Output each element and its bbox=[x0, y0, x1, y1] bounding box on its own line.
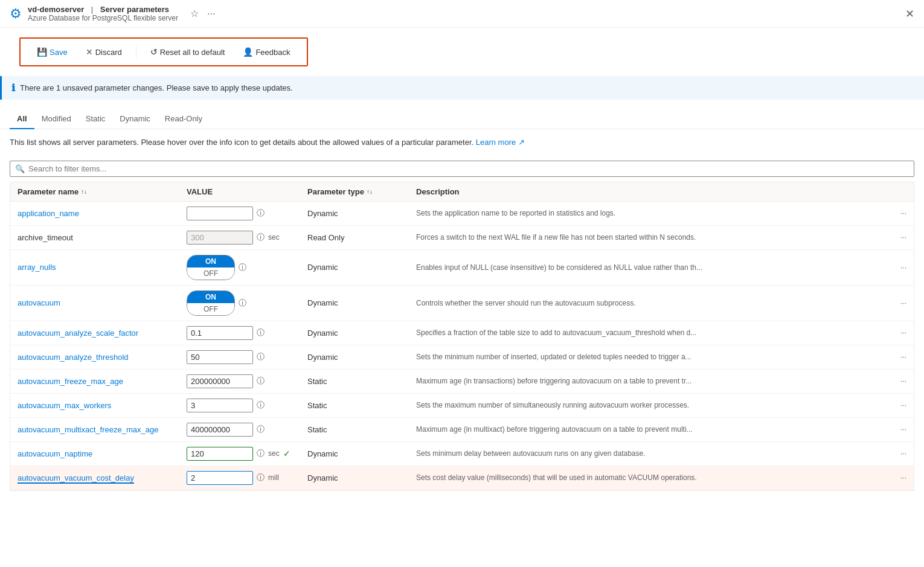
param-name[interactable]: autovacuum_analyze_scale_factor bbox=[18, 328, 138, 338]
param-name[interactable]: autovacuum_freeze_max_age bbox=[18, 377, 123, 386]
param-name[interactable]: array_nulls bbox=[18, 263, 56, 272]
row-more-button[interactable]: ··· bbox=[900, 449, 906, 458]
param-name-cell[interactable]: autovacuum_analyze_threshold bbox=[18, 353, 187, 362]
info-circle-icon[interactable]: ⓘ bbox=[257, 208, 265, 219]
description-text: Enables input of NULL (case insensitive)… bbox=[416, 263, 702, 272]
description-cell: Sets minimum delay between autovacuum ru… bbox=[416, 449, 906, 458]
value-input[interactable] bbox=[187, 399, 253, 412]
param-name[interactable]: autovacuum_multixact_freeze_max_age bbox=[18, 425, 158, 434]
description-text: Sets the minimum number of inserted, upd… bbox=[416, 353, 691, 361]
row-more-button[interactable]: ··· bbox=[900, 425, 906, 434]
description-text: Sets cost delay value (milliseconds) tha… bbox=[416, 473, 697, 482]
param-name[interactable]: autovacuum_naptime bbox=[18, 449, 92, 458]
discard-button[interactable]: ✕ Discard bbox=[79, 43, 129, 60]
description-cell: Maximum age (in multixact) before trigge… bbox=[416, 425, 906, 434]
param-name[interactable]: autovacuum_vacuum_cost_delay bbox=[18, 473, 134, 484]
row-more-button[interactable]: ··· bbox=[900, 299, 906, 307]
info-circle-icon[interactable]: ⓘ bbox=[257, 424, 265, 435]
toggle-switch[interactable]: ONOFF bbox=[187, 290, 235, 316]
feedback-button[interactable]: 👤 Feedback bbox=[236, 43, 297, 60]
tab-all[interactable]: All bbox=[10, 109, 34, 129]
info-circle-icon[interactable]: ⓘ bbox=[257, 400, 265, 411]
value-input[interactable] bbox=[187, 350, 253, 364]
tab-readonly[interactable]: Read-Only bbox=[158, 109, 210, 129]
tabs-container: All Modified Static Dynamic Read-Only bbox=[0, 109, 924, 129]
info-circle-icon[interactable]: ⓘ bbox=[239, 298, 246, 309]
page-header: ⚙ vd-demoserver | Server parameters Azur… bbox=[0, 0, 924, 28]
description-text: Controls whether the server should run t… bbox=[416, 299, 636, 307]
close-icon[interactable]: ✕ bbox=[905, 7, 914, 21]
search-input[interactable] bbox=[28, 164, 909, 173]
info-circle-icon[interactable]: ⓘ bbox=[257, 376, 265, 386]
param-type-cell: Dynamic bbox=[307, 449, 416, 458]
param-name-cell[interactable]: array_nulls bbox=[18, 263, 187, 272]
tab-static[interactable]: Static bbox=[79, 109, 113, 129]
toggle-switch[interactable]: ONOFF bbox=[187, 255, 235, 280]
value-input[interactable] bbox=[187, 374, 253, 388]
toolbar: 💾 Save ✕ Discard ↺ Reset all to default … bbox=[19, 37, 308, 66]
param-name: archive_timeout bbox=[18, 233, 73, 242]
tab-dynamic[interactable]: Dynamic bbox=[112, 109, 158, 129]
row-more-button[interactable]: ··· bbox=[900, 209, 906, 217]
row-more-button[interactable]: ··· bbox=[900, 473, 906, 482]
row-more-button[interactable]: ··· bbox=[900, 263, 906, 272]
description-cell: Sets the minimum number of inserted, upd… bbox=[416, 353, 906, 361]
reset-button[interactable]: ↺ Reset all to default bbox=[144, 43, 232, 60]
tab-modified[interactable]: Modified bbox=[34, 109, 79, 129]
sort-icon-name[interactable]: ↑↓ bbox=[81, 188, 87, 195]
row-more-button[interactable]: ··· bbox=[900, 233, 906, 242]
row-more-button[interactable]: ··· bbox=[900, 353, 906, 361]
reset-icon: ↺ bbox=[150, 47, 158, 57]
param-name-cell[interactable]: application_name bbox=[18, 209, 187, 218]
value-input[interactable] bbox=[187, 326, 253, 340]
header-subtitle: Azure Database for PostgreSQL flexible s… bbox=[28, 14, 178, 22]
info-circle-icon[interactable]: ⓘ bbox=[257, 351, 265, 362]
info-circle-icon[interactable]: ⓘ bbox=[257, 472, 265, 483]
description-cell: Enables input of NULL (case insensitive)… bbox=[416, 263, 906, 272]
param-name[interactable]: application_name bbox=[18, 209, 79, 218]
value-cell: ⓘ bbox=[187, 423, 307, 437]
row-more-button[interactable]: ··· bbox=[900, 328, 906, 337]
param-name-cell[interactable]: autovacuum_max_workers bbox=[18, 401, 187, 410]
row-more-button[interactable]: ··· bbox=[900, 401, 906, 409]
discard-label: Discard bbox=[95, 48, 122, 57]
more-icon[interactable]: ··· bbox=[207, 8, 215, 19]
param-name-cell[interactable]: autovacuum_freeze_max_age bbox=[18, 377, 187, 386]
table-row: autovacuum_analyze_thresholdⓘDynamicSets… bbox=[10, 345, 914, 370]
table-row: autovacuum_naptimeⓘsec✓DynamicSets minim… bbox=[10, 442, 914, 466]
info-circle-icon[interactable]: ⓘ bbox=[257, 232, 265, 243]
info-circle-icon[interactable]: ⓘ bbox=[257, 327, 265, 338]
description-text: Sets minimum delay between autovacuum ru… bbox=[416, 449, 646, 458]
param-name[interactable]: autovacuum bbox=[18, 298, 60, 307]
star-icon[interactable]: ☆ bbox=[190, 8, 199, 19]
param-name-cell[interactable]: autovacuum bbox=[18, 298, 187, 307]
param-type-cell: Read Only bbox=[307, 233, 416, 242]
description-cell: Maximum age (in transactions) before tri… bbox=[416, 377, 906, 385]
description-text: Sets the application name to be reported… bbox=[416, 209, 615, 217]
value-cell: ⓘ bbox=[187, 399, 307, 412]
value-input[interactable] bbox=[187, 471, 253, 485]
save-button[interactable]: 💾 Save bbox=[30, 43, 74, 60]
description-cell: Forces a switch to the next WAL file if … bbox=[416, 233, 906, 242]
value-input[interactable] bbox=[187, 423, 253, 437]
description-text: Maximum age (in multixact) before trigge… bbox=[416, 425, 693, 434]
param-name[interactable]: autovacuum_analyze_threshold bbox=[18, 353, 129, 362]
param-name[interactable]: autovacuum_max_workers bbox=[18, 401, 111, 410]
col-header-desc: Description bbox=[416, 187, 906, 196]
value-cell: ⓘ bbox=[187, 207, 307, 220]
toggle-container: ONOFF bbox=[187, 255, 235, 280]
info-circle-icon[interactable]: ⓘ bbox=[257, 448, 265, 459]
row-more-button[interactable]: ··· bbox=[900, 377, 906, 385]
param-name-cell[interactable]: autovacuum_multixact_freeze_max_age bbox=[18, 425, 187, 434]
unit-label: sec bbox=[268, 233, 280, 242]
param-name-cell[interactable]: autovacuum_vacuum_cost_delay bbox=[18, 473, 187, 482]
value-input[interactable] bbox=[187, 207, 253, 220]
param-name-cell[interactable]: autovacuum_analyze_scale_factor bbox=[18, 328, 187, 338]
value-input[interactable] bbox=[187, 447, 253, 461]
sort-icon-type[interactable]: ↑↓ bbox=[367, 188, 373, 195]
unit-label: mill bbox=[268, 473, 279, 482]
learn-more-link[interactable]: Learn more ↗ bbox=[476, 138, 525, 147]
info-circle-icon[interactable]: ⓘ bbox=[239, 262, 246, 273]
col-header-name: Parameter name ↑↓ bbox=[18, 187, 187, 196]
param-name-cell[interactable]: autovacuum_naptime bbox=[18, 449, 187, 458]
